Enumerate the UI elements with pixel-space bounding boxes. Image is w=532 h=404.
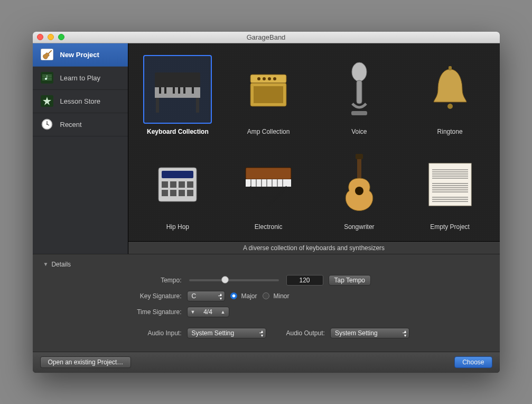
radio-icon bbox=[230, 292, 237, 299]
clock-icon bbox=[40, 118, 54, 130]
key-signature-label: Key Signature: bbox=[43, 292, 182, 300]
garageband-new-project-window: GarageBand New Project bbox=[33, 32, 500, 373]
acoustic-guitar-icon bbox=[325, 150, 394, 219]
template-description: A diverse collection of keyboards and sy… bbox=[128, 241, 500, 254]
main-panel: Keyboard Collection Amp Collection bbox=[128, 43, 500, 254]
close-button[interactable] bbox=[37, 34, 43, 40]
sidebar-item-label: Learn to Play bbox=[60, 74, 101, 82]
open-existing-button[interactable]: Open an existing Project… bbox=[40, 356, 132, 368]
updown-icon: ▴▾ bbox=[261, 329, 263, 338]
svg-point-35 bbox=[447, 104, 453, 109]
svg-rect-26 bbox=[254, 86, 283, 103]
svg-rect-41 bbox=[187, 181, 193, 188]
template-label: Keyboard Collection bbox=[147, 128, 209, 135]
synth-icon bbox=[234, 150, 303, 219]
svg-rect-39 bbox=[170, 181, 176, 188]
blank-staves-icon bbox=[416, 150, 484, 219]
svg-rect-45 bbox=[187, 190, 193, 196]
minimize-button[interactable] bbox=[48, 34, 54, 40]
keyboard-icon bbox=[143, 55, 212, 124]
details-panel: ▼ Details Tempo: Tap Tempo Key Signature… bbox=[33, 254, 500, 352]
sheet-music-icon bbox=[40, 72, 54, 84]
svg-point-31 bbox=[352, 62, 367, 81]
key-signature-select[interactable]: C ▴▾ bbox=[187, 291, 225, 301]
tempo-slider[interactable] bbox=[189, 279, 279, 281]
svg-rect-7 bbox=[46, 75, 47, 79]
tempo-field[interactable] bbox=[286, 275, 323, 286]
major-label: Major bbox=[241, 292, 257, 300]
tempo-row: Tempo: Tap Tempo bbox=[43, 274, 489, 286]
template-keyboard-collection[interactable]: Keyboard Collection bbox=[133, 55, 223, 135]
svg-rect-14 bbox=[155, 72, 200, 87]
time-signature-stepper[interactable]: ▼ 4/4 ▲ bbox=[187, 307, 229, 317]
time-signature-value: 4/4 bbox=[203, 308, 212, 316]
sidebar-item-label: New Project bbox=[60, 51, 99, 59]
svg-rect-21 bbox=[192, 87, 194, 94]
sidebar: New Project Learn to Play bbox=[33, 43, 128, 254]
radio-icon bbox=[263, 292, 269, 299]
sidebar-item-label: Lesson Store bbox=[60, 97, 101, 105]
svg-rect-38 bbox=[162, 181, 168, 188]
time-signature-row: Time Signature: ▼ 4/4 ▲ bbox=[43, 306, 489, 318]
template-empty-project[interactable]: Empty Project bbox=[405, 150, 496, 231]
template-electronic[interactable]: Electronic bbox=[223, 150, 314, 231]
svg-rect-46 bbox=[246, 168, 291, 179]
updown-icon: ▴▾ bbox=[404, 329, 406, 338]
audio-input-select[interactable]: System Setting ▴▾ bbox=[187, 328, 266, 338]
details-label: Details bbox=[51, 261, 71, 268]
svg-rect-37 bbox=[162, 171, 193, 178]
template-amp-collection[interactable]: Amp Collection bbox=[223, 55, 314, 135]
microphone-icon bbox=[325, 55, 394, 124]
sidebar-item-learn-to-play[interactable]: Learn to Play bbox=[33, 67, 128, 90]
tempo-slider-knob[interactable] bbox=[221, 276, 229, 283]
amp-icon bbox=[234, 55, 303, 124]
svg-rect-42 bbox=[162, 190, 168, 196]
drum-machine-icon bbox=[143, 150, 212, 219]
svg-rect-17 bbox=[164, 87, 166, 94]
minor-radio[interactable]: Minor bbox=[263, 292, 290, 300]
svg-rect-16 bbox=[159, 87, 161, 94]
sidebar-item-label: Recent bbox=[60, 121, 82, 128]
svg-point-30 bbox=[273, 77, 276, 80]
disclosure-triangle-icon: ▼ bbox=[43, 261, 49, 267]
choose-button[interactable]: Choose bbox=[454, 356, 492, 368]
minor-label: Minor bbox=[274, 292, 290, 300]
tempo-label: Tempo: bbox=[43, 277, 182, 284]
audio-input-label: Audio Input: bbox=[43, 329, 182, 337]
audio-input-value: System Setting bbox=[192, 329, 235, 337]
key-signature-row: Key Signature: C ▴▾ Major Minor bbox=[43, 290, 489, 302]
svg-point-6 bbox=[45, 78, 47, 80]
svg-point-13 bbox=[46, 124, 48, 125]
template-label: Hip Hop bbox=[166, 223, 189, 231]
stepper-down-icon[interactable]: ▼ bbox=[191, 309, 195, 315]
zoom-button[interactable] bbox=[58, 34, 64, 40]
svg-rect-40 bbox=[179, 181, 185, 188]
template-voice[interactable]: Voice bbox=[314, 55, 405, 135]
svg-point-28 bbox=[263, 77, 266, 80]
footer: Open an existing Project… Choose bbox=[33, 352, 500, 373]
svg-rect-59 bbox=[356, 154, 363, 159]
star-icon bbox=[40, 95, 54, 107]
stepper-up-icon[interactable]: ▲ bbox=[221, 309, 226, 315]
svg-rect-18 bbox=[173, 87, 175, 94]
svg-point-29 bbox=[268, 77, 271, 80]
template-label: Amp Collection bbox=[247, 128, 290, 135]
template-label: Songwriter bbox=[344, 223, 374, 231]
tap-tempo-button[interactable]: Tap Tempo bbox=[329, 275, 371, 286]
template-songwriter[interactable]: Songwriter bbox=[314, 150, 405, 231]
details-disclosure[interactable]: ▼ Details bbox=[43, 261, 489, 268]
template-grid: Keyboard Collection Amp Collection bbox=[128, 43, 500, 241]
audio-output-select[interactable]: System Setting ▴▾ bbox=[330, 328, 409, 338]
sidebar-item-lesson-store[interactable]: Lesson Store bbox=[33, 90, 128, 113]
major-radio[interactable]: Major bbox=[230, 292, 257, 300]
guitar-icon bbox=[40, 49, 54, 60]
key-signature-value: C bbox=[192, 292, 197, 300]
template-hip-hop[interactable]: Hip Hop bbox=[133, 150, 223, 231]
sidebar-item-recent[interactable]: Recent bbox=[33, 113, 128, 136]
svg-rect-44 bbox=[179, 190, 185, 196]
template-ringtone[interactable]: Ringtone bbox=[405, 55, 496, 135]
sidebar-item-new-project[interactable]: New Project bbox=[33, 43, 128, 67]
svg-point-60 bbox=[355, 187, 363, 195]
audio-io-row: Audio Input: System Setting ▴▾ Audio Out… bbox=[43, 327, 489, 339]
window-title: GarageBand bbox=[33, 33, 500, 41]
